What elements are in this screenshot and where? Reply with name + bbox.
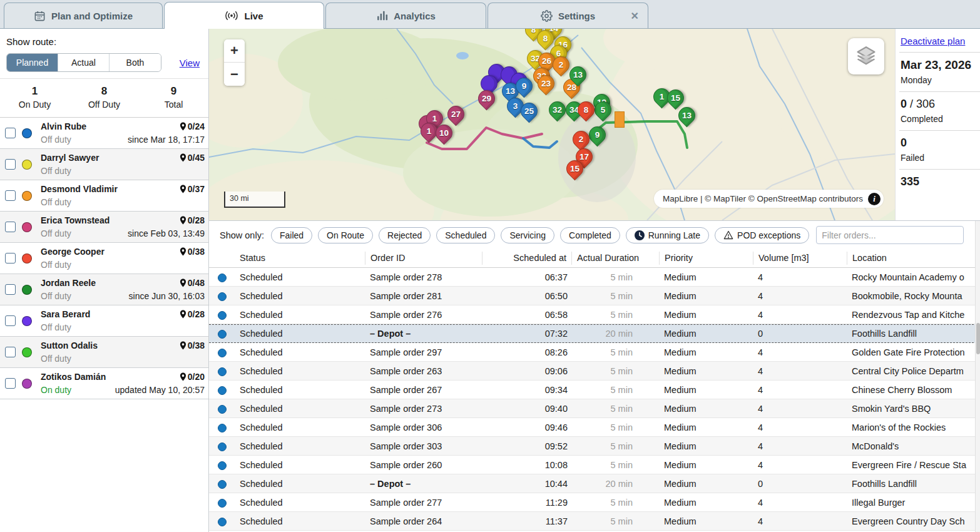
- chip-rejected[interactable]: Rejected: [379, 227, 431, 243]
- order-row[interactable]: Scheduled Sample order 260 10:08 5 min M…: [209, 456, 980, 474]
- driver-checkbox[interactable]: [5, 159, 16, 170]
- order-row[interactable]: Scheduled Sample order 263 09:06 5 min M…: [209, 362, 980, 381]
- order-row[interactable]: Scheduled Sample order 273 09:40 5 min M…: [209, 399, 980, 418]
- route-toggle-both[interactable]: Both: [110, 54, 161, 71]
- driver-checkbox[interactable]: [5, 378, 16, 389]
- chip-servicing[interactable]: Servicing: [501, 227, 554, 243]
- analytics-icon: [376, 10, 388, 21]
- map-pin[interactable]: 10: [432, 121, 456, 145]
- order-status: Scheduled: [235, 366, 365, 376]
- route-toggle-planned[interactable]: Planned: [7, 54, 58, 71]
- table-scrollbar-thumb[interactable]: [976, 323, 980, 354]
- driver-row[interactable]: Alvin Rube 0/24 Off duty since Mar 18, 1…: [0, 118, 208, 149]
- driver-stop-count: 0/28: [180, 214, 205, 227]
- chip-pod-exceptions[interactable]: POD exceptions: [715, 227, 809, 243]
- map-pin[interactable]: 9: [585, 123, 609, 146]
- order-row[interactable]: Scheduled Sample order 278 06:37 5 min M…: [209, 268, 980, 287]
- driver-checkbox[interactable]: [5, 222, 16, 232]
- order-location: Foothills Landfill: [847, 479, 980, 489]
- driver-checkbox[interactable]: [5, 253, 16, 263]
- order-row[interactable]: Scheduled Sample order 276 06:58 5 min M…: [209, 305, 980, 324]
- driver-row[interactable]: Sutton Odalis 0/38 Off duty: [0, 337, 208, 368]
- order-row[interactable]: Scheduled Sample order 306 09:46 5 min M…: [209, 418, 980, 437]
- chip-scheduled[interactable]: Scheduled: [436, 227, 495, 243]
- driver-status: Off duty: [41, 165, 71, 177]
- order-scheduled-at: 08:26: [482, 347, 571, 357]
- map-pin[interactable]: 27: [444, 102, 467, 126]
- driver-row[interactable]: Jordan Reele 0/48 Off duty since Jun 30,…: [0, 274, 208, 305]
- route-toggle-actual[interactable]: Actual: [58, 54, 110, 71]
- attribution-text: MapLibre | © MapTiler © OpenStreetMap co…: [663, 194, 863, 203]
- order-actual-duration: 20 min: [571, 479, 659, 489]
- order-actual-duration: 5 min: [571, 460, 659, 470]
- map-pin[interactable]: 13: [675, 103, 698, 127]
- chip-label: POD exceptions: [737, 230, 800, 240]
- col-actual-duration[interactable]: Actual Duration: [571, 252, 659, 265]
- order-location: Chinese Cherry Blossom: [847, 385, 980, 395]
- status-dot-icon: [218, 461, 227, 470]
- chip-completed[interactable]: Completed: [560, 227, 620, 243]
- view-link[interactable]: View: [180, 58, 200, 68]
- tab-analytics[interactable]: Analytics: [325, 3, 486, 28]
- driver-name: Erica Townstead: [41, 214, 110, 227]
- driver-row[interactable]: Sara Berard 0/28 Off duty: [0, 305, 208, 337]
- depot-marker[interactable]: [615, 111, 625, 128]
- order-scheduled-at: 10:08: [482, 460, 571, 470]
- zoom-in-button[interactable]: +: [224, 39, 245, 63]
- map-pin[interactable]: 25: [517, 99, 541, 123]
- driver-row[interactable]: Erica Townstead 0/28 Off duty since Feb …: [0, 212, 208, 243]
- col-scheduled-at[interactable]: Scheduled at: [482, 252, 571, 265]
- warning-icon: [723, 230, 733, 240]
- order-priority: Medium: [659, 404, 753, 414]
- order-row[interactable]: Scheduled Sample order 303 09:52 5 min M…: [209, 437, 980, 456]
- order-scheduled-at: 09:52: [482, 441, 571, 451]
- order-row[interactable]: Scheduled Sample order 281 06:50 5 min M…: [209, 287, 980, 305]
- zoom-out-button[interactable]: −: [224, 63, 245, 86]
- order-location: Rocky Mountain Academy o: [847, 272, 980, 282]
- pin-icon: [180, 247, 186, 256]
- driver-row[interactable]: George Cooper 0/38 Off duty: [0, 243, 208, 274]
- tab-live[interactable]: Live: [164, 2, 324, 29]
- order-row[interactable]: Scheduled Sample order 277 11:29 5 min M…: [209, 493, 980, 512]
- order-row[interactable]: Scheduled – Depot – 10:44 20 min Medium …: [209, 474, 980, 493]
- driver-checkbox[interactable]: [5, 128, 16, 138]
- order-row[interactable]: Scheduled Sample order 267 09:34 5 min M…: [209, 381, 980, 399]
- order-row[interactable]: Scheduled – Depot – 07:32 20 min Medium …: [209, 324, 980, 343]
- chip-running-late[interactable]: Running Late: [626, 227, 709, 243]
- close-icon[interactable]: ✕: [631, 10, 639, 22]
- driver-row[interactable]: Desmond Vladimir 0/37 Off duty: [0, 180, 208, 212]
- col-order-id[interactable]: Order ID: [365, 252, 482, 265]
- map[interactable]: 8148166322623223281271102913932513195323…: [209, 29, 895, 220]
- order-status: Scheduled: [235, 291, 365, 301]
- driver-checkbox[interactable]: [5, 284, 16, 295]
- status-dot-icon: [218, 386, 227, 395]
- tab-settings[interactable]: Settings ✕: [487, 3, 648, 28]
- col-status[interactable]: Status: [235, 252, 365, 265]
- layers-button[interactable]: [848, 38, 884, 74]
- order-row[interactable]: Scheduled Sample order 297 08:26 5 min M…: [209, 343, 980, 362]
- chip-failed[interactable]: Failed: [271, 227, 312, 243]
- driver-checkbox[interactable]: [5, 315, 16, 326]
- driver-name: Sara Berard: [41, 308, 90, 320]
- info-icon[interactable]: i: [868, 193, 880, 205]
- tab-plan-and-optimize[interactable]: Plan and Optimize: [4, 3, 163, 28]
- map-pin-label: 13: [679, 108, 695, 123]
- map-pin-label: 5: [595, 102, 611, 118]
- driver-row[interactable]: Darryl Sawyer 0/45 Off duty: [0, 149, 208, 180]
- col-priority[interactable]: Priority: [659, 252, 753, 265]
- driver-checkbox[interactable]: [5, 347, 16, 357]
- driver-checkbox[interactable]: [5, 190, 16, 201]
- col-volume[interactable]: Volume [m3]: [753, 252, 847, 265]
- deactivate-plan-link[interactable]: Deactivate plan: [896, 29, 980, 52]
- map-pin[interactable]: 15: [663, 86, 687, 110]
- driver-color-dot: [22, 347, 32, 357]
- order-location: Foothills Landfill: [847, 329, 980, 339]
- order-status: Scheduled: [235, 422, 365, 432]
- col-location[interactable]: Location: [847, 252, 980, 265]
- order-scheduled-at: 06:58: [482, 310, 571, 320]
- map-pin[interactable]: 23: [534, 71, 558, 95]
- filter-orders-input[interactable]: [816, 226, 964, 244]
- driver-row[interactable]: Zotikos Damián 0/20 On duty updated May …: [0, 368, 208, 399]
- chip-on-route[interactable]: On Route: [318, 227, 373, 243]
- order-row[interactable]: Scheduled Sample order 264 11:37 5 min M…: [209, 512, 980, 531]
